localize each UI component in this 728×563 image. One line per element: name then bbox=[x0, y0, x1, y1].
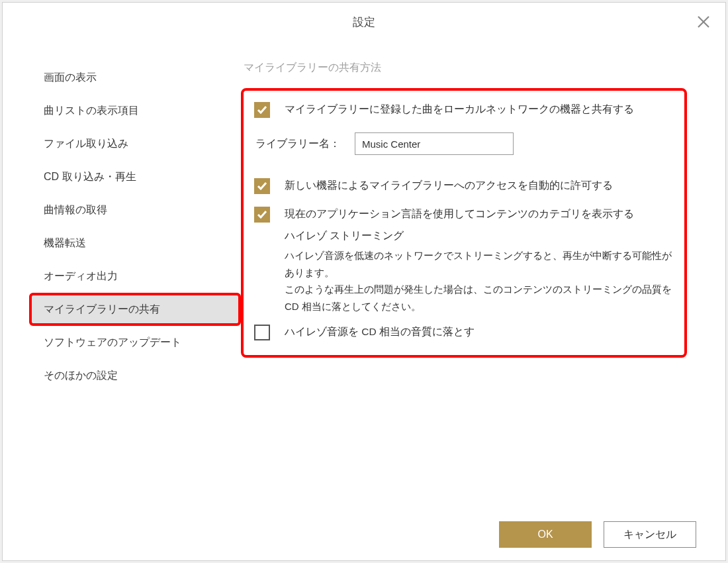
auto-allow-row: 新しい機器によるマイライブラリーへのアクセスを自動的に許可する bbox=[254, 178, 674, 194]
auto-allow-checkbox[interactable] bbox=[254, 178, 270, 194]
sidebar-item-label: マイライブラリーの共有 bbox=[44, 303, 160, 317]
sidebar-item-device-transfer[interactable]: 機器転送 bbox=[29, 227, 241, 260]
hires-heading: ハイレゾ ストリーミング bbox=[285, 229, 674, 243]
sidebar-item-song-info[interactable]: 曲情報の取得 bbox=[29, 193, 241, 227]
check-icon bbox=[257, 181, 267, 191]
sidebar-item-cd-import-play[interactable]: CD 取り込み・再生 bbox=[29, 160, 241, 193]
sidebar-item-software-update[interactable]: ソフトウェアのアップデート bbox=[29, 326, 241, 359]
check-icon bbox=[257, 209, 267, 220]
sidebar-item-label: 画面の表示 bbox=[44, 71, 97, 85]
auto-allow-label: 新しい機器によるマイライブラリーへのアクセスを自動的に許可する bbox=[285, 178, 674, 193]
sidebar-list: 画面の表示 曲リストの表示項目 ファイル取り込み CD 取り込み・再生 曲情報の… bbox=[29, 61, 241, 392]
hires-description: ハイレゾ音源を低速のネットワークでストリーミングすると、再生が中断する可能性があ… bbox=[285, 247, 674, 315]
share-row: マイライブラリーに登録した曲をローカルネットワークの機器と共有する bbox=[254, 101, 674, 118]
sidebar-item-audio-output[interactable]: オーディオ出力 bbox=[29, 260, 241, 293]
ok-button[interactable]: OK bbox=[499, 521, 592, 548]
check-icon bbox=[257, 105, 267, 115]
sidebar-item-label: 曲リストの表示項目 bbox=[44, 104, 139, 118]
settings-sidebar: 画面の表示 曲リストの表示項目 ファイル取り込み CD 取り込み・再生 曲情報の… bbox=[3, 61, 241, 509]
library-name-input[interactable] bbox=[355, 132, 514, 155]
sidebar-item-label: ファイル取り込み bbox=[44, 137, 128, 151]
sidebar-item-label: 機器転送 bbox=[44, 236, 86, 250]
sidebar-item-file-import[interactable]: ファイル取り込み bbox=[29, 127, 241, 160]
dialog-footer: OK キャンセル bbox=[3, 509, 725, 560]
category-lang-label: 現在のアプリケーション言語を使用してコンテンツのカテゴリを表示する bbox=[285, 206, 674, 222]
library-name-label: ライブラリー名： bbox=[255, 137, 355, 151]
sidebar-item-label: CD 取り込み・再生 bbox=[44, 170, 136, 184]
settings-dialog: 設定 画面の表示 曲リストの表示項目 ファイル取り込み CD 取り込み・再生 曲… bbox=[2, 2, 726, 561]
dialog-body: 画面の表示 曲リストの表示項目 ファイル取り込み CD 取り込み・再生 曲情報の… bbox=[3, 41, 725, 509]
dialog-title: 設定 bbox=[353, 15, 375, 30]
downgrade-label: ハイレゾ音源を CD 相当の音質に落とす bbox=[285, 324, 674, 340]
sidebar-item-other-settings[interactable]: そのほかの設定 bbox=[29, 359, 241, 392]
category-lang-checkbox[interactable] bbox=[254, 207, 270, 223]
sidebar-item-label: ソフトウェアのアップデート bbox=[44, 336, 181, 350]
close-button[interactable] bbox=[694, 12, 713, 32]
sharing-panel: マイライブラリーに登録した曲をローカルネットワークの機器と共有する ライブラリー… bbox=[241, 88, 687, 358]
downgrade-row: ハイレゾ音源を CD 相当の音質に落とす bbox=[254, 324, 674, 340]
share-checkbox-label: マイライブラリーに登録した曲をローカルネットワークの機器と共有する bbox=[285, 101, 674, 117]
close-icon bbox=[697, 15, 710, 28]
downgrade-checkbox[interactable] bbox=[254, 325, 270, 340]
sidebar-item-library-sharing[interactable]: マイライブラリーの共有 bbox=[29, 293, 241, 326]
library-name-row: ライブラリー名： bbox=[255, 132, 674, 155]
dialog-header: 設定 bbox=[3, 3, 725, 41]
sidebar-item-label: 曲情報の取得 bbox=[44, 203, 107, 217]
sidebar-item-label: オーディオ出力 bbox=[44, 270, 118, 283]
sidebar-item-display[interactable]: 画面の表示 bbox=[29, 61, 241, 94]
share-checkbox[interactable] bbox=[254, 102, 270, 118]
sidebar-item-list-columns[interactable]: 曲リストの表示項目 bbox=[29, 94, 241, 127]
section-title: マイライブラリーの共有方法 bbox=[244, 61, 687, 75]
settings-content: マイライブラリーの共有方法 マイライブラリーに登録した曲をローカルネットワークの… bbox=[241, 61, 725, 509]
category-lang-row: 現在のアプリケーション言語を使用してコンテンツのカテゴリを表示する bbox=[254, 206, 674, 223]
cancel-button[interactable]: キャンセル bbox=[604, 521, 696, 548]
sidebar-item-label: そのほかの設定 bbox=[44, 369, 118, 383]
